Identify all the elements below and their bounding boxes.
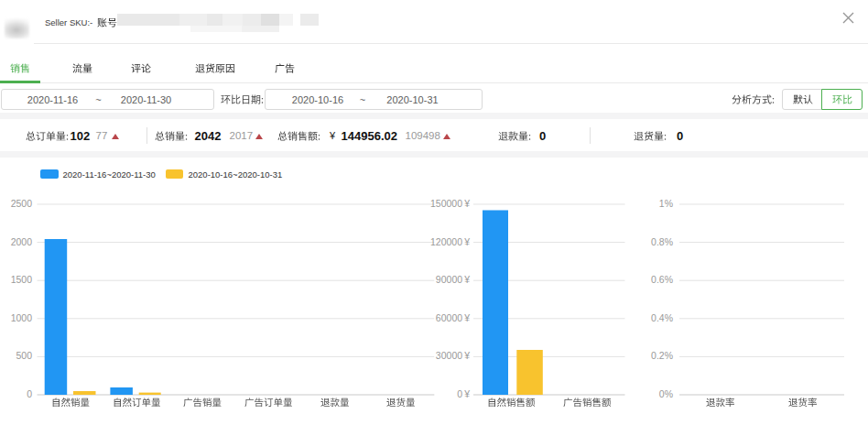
svg-text:2000: 2000	[11, 236, 33, 247]
svg-text:500: 500	[16, 350, 32, 361]
svg-text:0: 0	[27, 388, 32, 399]
svg-text:1500: 1500	[11, 274, 33, 285]
svg-text:0%: 0%	[659, 388, 673, 399]
svg-text:120000 ¥: 120000 ¥	[430, 236, 470, 247]
svg-text:0.8%: 0.8%	[651, 236, 673, 247]
svg-text:0.6%: 0.6%	[651, 274, 673, 285]
svg-text:150000 ¥: 150000 ¥	[430, 198, 470, 209]
svg-text:0 ¥: 0 ¥	[457, 388, 470, 399]
svg-text:0.4%: 0.4%	[651, 312, 673, 323]
svg-text:60000 ¥: 60000 ¥	[436, 312, 470, 323]
svg-text:2500: 2500	[11, 198, 33, 209]
svg-text:0.2%: 0.2%	[651, 350, 673, 361]
svg-text:1%: 1%	[659, 198, 673, 209]
svg-text:30000 ¥: 30000 ¥	[436, 350, 470, 361]
svg-text:1000: 1000	[11, 312, 33, 323]
svg-text:90000 ¥: 90000 ¥	[436, 274, 470, 285]
